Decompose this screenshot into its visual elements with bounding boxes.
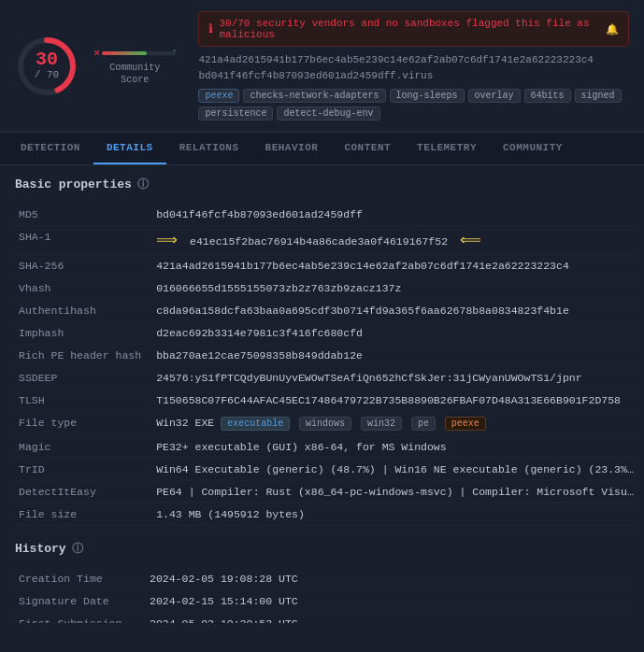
history-title: History ⓘ bbox=[15, 541, 629, 557]
tab-content[interactable]: CONTENT bbox=[331, 133, 404, 164]
history-info-icon[interactable]: ⓘ bbox=[72, 541, 83, 557]
prop-label-ssdeep: SSDEEP bbox=[15, 367, 152, 390]
tab-behavior[interactable]: BEHAVIOR bbox=[252, 133, 332, 164]
table-row: Authentihash c8da96a158dcfa63baa0a695cdf… bbox=[15, 300, 638, 322]
hash-line-1: 421a4ad2615941b177b6ec4ab5e239c14e62af2a… bbox=[198, 52, 629, 68]
prop-label-imphash: Imphash bbox=[15, 322, 152, 345]
badge-windows[interactable]: windows bbox=[299, 417, 351, 431]
prop-value-authentihash: c8da96a158dcfa63baa0a695cdf3b0714fd9a365… bbox=[152, 300, 638, 322]
table-row-sha1: SHA-1 ⟹ e41ec15f2bac76914b4a86cade3a0f46… bbox=[15, 226, 638, 255]
history-label: History bbox=[15, 542, 66, 556]
prop-label-vhash: Vhash bbox=[15, 277, 152, 300]
prop-value-magic: PE32+ executable (GUI) x86-64, for MS Wi… bbox=[152, 436, 638, 459]
table-row: DetectItEasy PE64 | Compiler: Rust (x86_… bbox=[15, 481, 638, 503]
nav-tabs: DETECTION DETAILS RELATIONS BEHAVIOR CON… bbox=[0, 133, 644, 165]
tag-peexe[interactable]: peexe bbox=[198, 89, 239, 103]
prop-value-trid: Win64 Executable (generic) (48.7%) | Win… bbox=[152, 459, 638, 481]
hist-label-signature: Signature Date bbox=[15, 590, 146, 613]
history-section: History ⓘ Creation Time 2024-02-05 19:08… bbox=[15, 541, 629, 623]
prop-label-md5: MD5 bbox=[15, 204, 152, 226]
table-row: Rich PE header hash bba270ae12cae7509835… bbox=[15, 345, 638, 367]
score-circle: 30 / 70 bbox=[15, 35, 79, 98]
tab-relations[interactable]: RELATIONS bbox=[166, 133, 252, 164]
tag-signed[interactable]: signed bbox=[575, 89, 622, 103]
prop-value-rich-pe: bba270ae12cae75098358b849ddab12e bbox=[152, 345, 638, 367]
prop-label-rich-pe: Rich PE header hash bbox=[15, 345, 152, 367]
community-label: Community bbox=[109, 63, 160, 73]
hash-lines: 421a4ad2615941b177b6ec4ab5e239c14e62af2a… bbox=[198, 52, 629, 83]
prop-label-trid: TrID bbox=[15, 459, 152, 481]
score-denominator: / 70 bbox=[35, 69, 59, 80]
arrow-left-icon: ⟹ bbox=[156, 233, 178, 249]
prop-label-sha1: SHA-1 bbox=[15, 226, 152, 255]
x-icon: ✕ bbox=[93, 46, 100, 60]
badge-pe[interactable]: pe bbox=[411, 417, 436, 431]
table-row: TLSH T150658C07F6C44AFAC45EC17486479722B… bbox=[15, 390, 638, 412]
prop-value-ssdeep: 24576:yS1fPTCQdyBUnUyvEWOwTSeAfiQn652hCf… bbox=[152, 367, 638, 390]
tag-detect-debug[interactable]: detect-debug-env bbox=[277, 106, 379, 120]
prop-value-detectiteasy: PE64 | Compiler: Rust (x86_64-pc-windows… bbox=[152, 481, 638, 503]
alert-icon: ℹ bbox=[208, 21, 213, 36]
prop-label-detectiteasy: DetectItEasy bbox=[15, 481, 152, 503]
tab-community[interactable]: COMMUNITY bbox=[490, 133, 576, 164]
tag-64bits[interactable]: 64bits bbox=[524, 89, 571, 103]
table-row: Magic PE32+ executable (GUI) x86-64, for… bbox=[15, 436, 638, 459]
score-number: 30 bbox=[35, 50, 59, 69]
hist-label-first-submission: First Submission bbox=[15, 613, 146, 624]
prop-label-magic: Magic bbox=[15, 436, 152, 459]
header-info: ℹ 30/70 security vendors and no sandboxe… bbox=[198, 11, 629, 120]
arrow-right-icon: ⟸ bbox=[460, 233, 481, 249]
tag-persistence[interactable]: persistence bbox=[198, 106, 273, 120]
table-row: Signature Date 2024-02-15 15:14:00 UTC bbox=[15, 590, 629, 613]
prop-label-filetype: File type bbox=[15, 412, 152, 436]
basic-properties-label: Basic properties bbox=[15, 177, 132, 191]
table-row: File size 1.43 MB (1495912 bytes) bbox=[15, 503, 638, 526]
prop-value-sha256: 421a4ad2615941b177b6ec4ab5e239c14e62af2a… bbox=[152, 255, 638, 277]
alert-bar: ℹ 30/70 security vendors and no sandboxe… bbox=[198, 11, 629, 47]
notification-icon[interactable]: 🔔 bbox=[606, 23, 619, 35]
prop-value-md5: bd041f46fcf4b87093ed601ad2459dff bbox=[152, 204, 638, 226]
prop-value-filesize: 1.43 MB (1495912 bytes) bbox=[152, 503, 638, 526]
tag-checks-network[interactable]: checks-network-adapters bbox=[243, 89, 385, 103]
tab-telemetry[interactable]: TELEMETRY bbox=[404, 133, 490, 164]
main-content: Basic properties ⓘ MD5 bd041f46fcf4b8709… bbox=[0, 165, 644, 623]
prop-value-filetype: Win32 EXE executable windows win32 pe pe… bbox=[152, 412, 638, 436]
tab-details[interactable]: DETAILS bbox=[93, 133, 166, 164]
table-row: Creation Time 2024-02-05 19:08:28 UTC bbox=[15, 568, 629, 590]
header: 30 / 70 ✕ ✓ Community Score ℹ 30/70 secu… bbox=[0, 0, 644, 133]
table-row: File type Win32 EXE executable windows w… bbox=[15, 412, 638, 436]
prop-label-sha256: SHA-256 bbox=[15, 255, 152, 277]
history-table: Creation Time 2024-02-05 19:08:28 UTC Si… bbox=[15, 568, 629, 623]
hist-value-creation: 2024-02-05 19:08:28 UTC bbox=[146, 568, 629, 590]
badge-peexe[interactable]: peexe bbox=[445, 417, 486, 431]
tab-detection[interactable]: DETECTION bbox=[7, 133, 93, 164]
prop-label-tlsh: TLSH bbox=[15, 390, 152, 412]
hash-line-2: bd041f46fcf4b87093ed601ad2459dff.virus bbox=[198, 68, 629, 84]
basic-properties-title: Basic properties ⓘ bbox=[15, 177, 629, 192]
hist-value-first-submission: 2024-05-03 10:20:52 UTC bbox=[146, 613, 629, 624]
table-row: First Submission 2024-05-03 10:20:52 UTC bbox=[15, 613, 629, 624]
alert-text: 30/70 security vendors and no sandboxes … bbox=[219, 18, 600, 40]
prop-value-tlsh: T150658C07F6C44AFAC45EC17486479722B735B8… bbox=[152, 390, 638, 412]
table-row: Vhash 016066655d1555155073zb2z763zb9zacz… bbox=[15, 277, 638, 300]
table-row: TrID Win64 Executable (generic) (48.7%) … bbox=[15, 459, 638, 481]
tags-container: peexe checks-network-adapters long-sleep… bbox=[198, 89, 629, 120]
table-row: SHA-256 421a4ad2615941b177b6ec4ab5e239c1… bbox=[15, 255, 638, 277]
hist-label-creation: Creation Time bbox=[15, 568, 146, 590]
community-sublabel: Score bbox=[121, 75, 149, 85]
table-row: SSDEEP 24576:yS1fPTCQdyBUnUyvEWOwTSeAfiQ… bbox=[15, 367, 638, 390]
table-row: MD5 bd041f46fcf4b87093ed601ad2459dff bbox=[15, 204, 638, 226]
badge-executable[interactable]: executable bbox=[221, 417, 290, 431]
prop-label-filesize: File size bbox=[15, 503, 152, 526]
prop-value-vhash: 016066655d1555155073zb2z763zb9zacz137z bbox=[152, 277, 638, 300]
properties-table: MD5 bd041f46fcf4b87093ed601ad2459dff SHA… bbox=[15, 204, 638, 526]
prop-value-imphash: d2eac692b3314e7981c3f416fc680cfd bbox=[152, 322, 638, 345]
prop-value-sha1: ⟹ e41ec15f2bac76914b4a86cade3a0f4619167f… bbox=[152, 226, 638, 255]
prop-label-authentihash: Authentihash bbox=[15, 300, 152, 322]
badge-win32[interactable]: win32 bbox=[361, 417, 402, 431]
table-row: Imphash d2eac692b3314e7981c3f416fc680cfd bbox=[15, 322, 638, 345]
info-icon[interactable]: ⓘ bbox=[137, 177, 149, 192]
hist-value-signature: 2024-02-15 15:14:00 UTC bbox=[146, 590, 629, 613]
tag-long-sleeps[interactable]: long-sleeps bbox=[390, 89, 465, 103]
tag-overlay[interactable]: overlay bbox=[468, 89, 521, 103]
